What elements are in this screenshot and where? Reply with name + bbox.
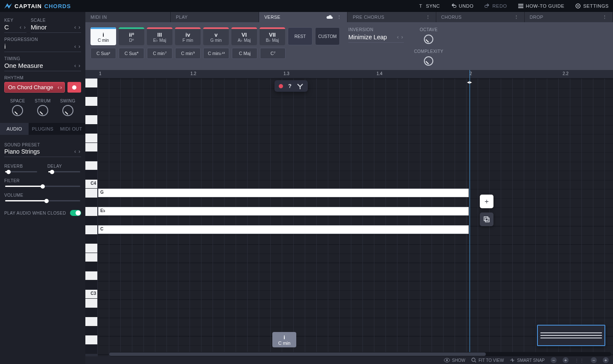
rhythm-next-icon[interactable]: › <box>60 84 62 90</box>
piano-key[interactable] <box>85 262 97 271</box>
h-zoom-out-button[interactable]: − <box>551 357 557 363</box>
redo-button[interactable]: REDO <box>485 3 507 9</box>
minimap[interactable] <box>537 325 605 346</box>
piano-key[interactable] <box>85 207 97 216</box>
popup-record-icon[interactable] <box>279 84 283 88</box>
tab-verse-menu-icon[interactable]: ⋮ <box>337 15 342 20</box>
octave-knob[interactable] <box>424 35 433 44</box>
tab-prechorus-menu-icon[interactable]: ⋮ <box>426 15 431 20</box>
tab-prechorus[interactable]: PRE CHORUS⋮ <box>347 12 436 22</box>
scale-prev-icon[interactable]: ‹ <box>73 24 77 30</box>
piano-key[interactable] <box>85 253 97 262</box>
alt-chord-2[interactable]: C Sus⁴ <box>119 48 144 59</box>
key-select[interactable]: C ‹› <box>4 23 26 33</box>
piano-key[interactable] <box>85 97 97 106</box>
scale-next-icon[interactable]: › <box>78 24 81 30</box>
piano-key[interactable] <box>85 161 97 171</box>
undo-button[interactable]: UNDO <box>451 3 474 9</box>
v-zoom-out-button[interactable]: − <box>591 357 597 363</box>
piano-key[interactable] <box>85 115 97 125</box>
tab-audio[interactable]: AUDIO <box>0 123 29 135</box>
piano-key[interactable]: C3 <box>85 290 97 299</box>
fit-to-view-button[interactable]: FIT TO VIEW <box>471 358 504 363</box>
chord-3[interactable]: III E♭ Maj <box>147 27 172 45</box>
key-next-icon[interactable]: › <box>23 24 26 30</box>
alt-chord-1[interactable]: C Sus² <box>90 48 116 59</box>
chord-1[interactable]: i C min <box>90 27 116 45</box>
tab-plugins[interactable]: PLUGINS <box>29 123 57 135</box>
rhythm-record-button[interactable] <box>67 82 81 93</box>
piano-key[interactable] <box>85 79 97 88</box>
note-c[interactable]: C <box>98 225 469 234</box>
add-note-button[interactable]: ＋ <box>480 195 493 208</box>
piano-key[interactable] <box>85 280 97 290</box>
tab-verse[interactable]: VERSE ⋮ <box>259 12 347 22</box>
piano-key[interactable] <box>85 244 97 253</box>
chord-2[interactable]: iiº Dº <box>119 27 144 45</box>
rhythm-select[interactable]: On Chord Change ‹› <box>4 82 65 93</box>
piano-key[interactable] <box>85 152 97 161</box>
preset-next-icon[interactable]: › <box>78 149 81 154</box>
piano-key[interactable] <box>85 271 97 281</box>
reverb-slider[interactable] <box>5 171 37 172</box>
rhythm-prev-icon[interactable]: ‹ <box>58 84 59 90</box>
progression-select[interactable]: i ‹› <box>4 42 81 52</box>
piano-key[interactable] <box>85 326 97 336</box>
prog-next-icon[interactable]: › <box>78 44 81 50</box>
tab-drop-menu-icon[interactable]: ⋮ <box>602 15 607 20</box>
tab-midi-out[interactable]: MIDI OUT <box>57 123 85 135</box>
filter-slider[interactable] <box>5 186 80 187</box>
chord-custom[interactable]: CUSTOM <box>315 27 340 45</box>
piano-key[interactable] <box>85 189 97 198</box>
piano-key[interactable] <box>85 106 97 116</box>
playhead-handle-icon[interactable]: ◂▸ <box>467 79 472 85</box>
piano-key[interactable] <box>85 170 97 180</box>
piano-key[interactable] <box>85 308 97 317</box>
popup-help-icon[interactable]: ? <box>288 83 292 89</box>
piano-key[interactable] <box>85 345 97 354</box>
strum-knob[interactable] <box>37 105 48 116</box>
settings-button[interactable]: SETTINGS <box>575 3 609 9</box>
h-zoom-in-button[interactable]: + <box>563 357 569 363</box>
tab-drop[interactable]: DROP⋮ <box>525 12 613 22</box>
key-prev-icon[interactable]: ‹ <box>19 24 22 30</box>
tab-chorus-menu-icon[interactable]: ⋮ <box>514 15 519 20</box>
alt-chord-5[interactable]: C min♭¹³ <box>203 48 229 59</box>
horizontal-scrollbar[interactable] <box>109 352 611 356</box>
alt-chord-3[interactable]: C min⁷ <box>147 48 172 59</box>
piano-key[interactable]: C4 <box>85 180 97 189</box>
piano-key[interactable] <box>85 198 97 207</box>
alt-chord-6[interactable]: C Maj <box>232 48 257 59</box>
timing-next-icon[interactable]: › <box>78 63 81 69</box>
region-label[interactable]: i C min <box>272 332 296 347</box>
note-eb[interactable]: E♭ <box>98 207 469 215</box>
alt-chord-7[interactable]: C⁷ <box>260 48 286 59</box>
piano-key[interactable] <box>85 216 97 226</box>
grip-icon[interactable]: ⋮⋮ <box>575 358 585 363</box>
piano-key[interactable] <box>85 143 97 152</box>
preset-prev-icon[interactable]: ‹ <box>73 149 77 154</box>
chord-7[interactable]: VII B♭ Maj <box>260 27 285 45</box>
sync-button[interactable]: T SYNC <box>418 3 440 9</box>
piano-key[interactable] <box>85 299 97 308</box>
sound-preset-select[interactable]: Piano Strings ‹› <box>4 147 81 157</box>
piano-key[interactable] <box>85 317 97 326</box>
howto-button[interactable]: HOW-TO GUIDE <box>518 3 565 9</box>
swing-knob[interactable] <box>62 105 73 116</box>
piano-key[interactable] <box>85 225 97 235</box>
volume-slider[interactable] <box>5 200 80 201</box>
note-g[interactable]: G <box>98 189 469 197</box>
tab-play[interactable]: PLAY <box>171 12 259 22</box>
cloud-icon[interactable] <box>327 15 333 20</box>
popup-split-icon[interactable] <box>297 83 304 89</box>
inversion-next-icon[interactable]: › <box>400 34 404 40</box>
prog-prev-icon[interactable]: ‹ <box>73 44 77 50</box>
timing-prev-icon[interactable]: ‹ <box>73 63 77 69</box>
tab-chorus[interactable]: CHORUS⋮ <box>436 12 525 22</box>
chord-rest[interactable]: REST <box>288 27 312 45</box>
piano-key[interactable] <box>85 88 97 97</box>
piano-key[interactable] <box>85 235 97 244</box>
v-zoom-in-button[interactable]: + <box>603 357 609 363</box>
playhead[interactable]: ◂▸ <box>470 70 470 356</box>
duplicate-button[interactable] <box>480 213 493 226</box>
